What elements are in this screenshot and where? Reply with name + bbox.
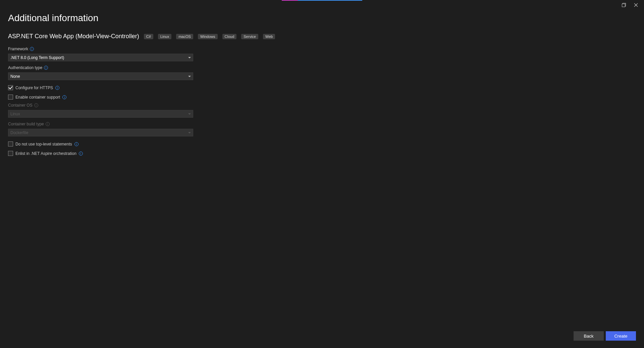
container-build-type-select-value: Dockerfile [10, 130, 28, 135]
auth-type-select[interactable]: None [8, 72, 193, 80]
container-os-label-row: Container OS i [8, 103, 196, 108]
svg-rect-1 [622, 4, 625, 7]
container-support-label: Enable container support [15, 95, 60, 100]
tag-web: Web [263, 34, 275, 39]
chevron-down-icon [188, 113, 191, 115]
container-support-checkbox[interactable] [8, 95, 13, 100]
container-build-type-label-row: Container build type i [8, 122, 196, 126]
info-icon[interactable]: i [30, 47, 34, 51]
framework-select-value: .NET 8.0 (Long Term Support) [10, 55, 64, 60]
template-header-row: ASP.NET Core Web App (Model-View-Control… [8, 33, 636, 40]
info-icon[interactable]: i [62, 95, 66, 99]
restore-window-button[interactable] [618, 1, 630, 9]
loading-progress-strip [282, 0, 362, 1]
tag-service: Service [241, 34, 258, 39]
template-name: ASP.NET Core Web App (Model-View-Control… [8, 33, 139, 40]
container-os-select-value: Linux [10, 112, 20, 116]
tag-linux: Linux [158, 34, 171, 39]
framework-select[interactable]: .NET 8.0 (Long Term Support) [8, 54, 193, 61]
top-level-checkbox-row[interactable]: Do not use top-level statements i [8, 141, 196, 147]
top-level-checkbox[interactable] [8, 141, 13, 147]
titlebar [0, 0, 644, 10]
container-build-type-label: Container build type [8, 122, 44, 126]
tag-windows: Windows [198, 34, 218, 39]
top-level-label: Do not use top-level statements [15, 142, 72, 147]
back-button[interactable]: Back [574, 331, 604, 341]
configure-https-label: Configure for HTTPS [15, 85, 53, 90]
info-icon: i [34, 103, 38, 107]
container-os-select: Linux [8, 110, 193, 118]
page-title: Additional information [8, 13, 636, 23]
content-area: Additional information ASP.NET Core Web … [0, 10, 644, 157]
container-os-label: Container OS [8, 103, 33, 108]
configure-https-checkbox-row[interactable]: Configure for HTTPS i [8, 85, 196, 90]
form-area: Framework i .NET 8.0 (Long Term Support)… [8, 47, 196, 157]
info-icon[interactable]: i [55, 86, 59, 90]
close-window-button[interactable] [630, 1, 642, 9]
chevron-down-icon [188, 132, 191, 133]
aspire-checkbox-row[interactable]: Enlist in .NET Aspire orchestration i [8, 151, 196, 156]
framework-label-row: Framework i [8, 47, 196, 51]
info-icon: i [46, 122, 50, 126]
info-icon[interactable]: i [44, 66, 48, 70]
container-support-checkbox-row[interactable]: Enable container support i [8, 95, 196, 100]
footer-buttons: Back Create [574, 331, 636, 341]
auth-type-label-row: Authentication type i [8, 65, 196, 70]
chevron-down-icon [188, 57, 191, 58]
chevron-down-icon [188, 76, 191, 77]
aspire-label: Enlist in .NET Aspire orchestration [15, 151, 76, 156]
configure-https-checkbox[interactable] [8, 85, 13, 90]
info-icon[interactable]: i [79, 152, 83, 156]
tag-csharp: C# [144, 34, 153, 39]
aspire-checkbox[interactable] [8, 151, 13, 156]
auth-type-label: Authentication type [8, 65, 42, 70]
container-build-type-select: Dockerfile [8, 129, 193, 136]
create-button[interactable]: Create [606, 331, 636, 341]
info-icon[interactable]: i [74, 142, 78, 146]
auth-type-select-value: None [10, 74, 20, 79]
tag-macos: macOS [176, 34, 193, 39]
framework-label: Framework [8, 47, 28, 51]
tag-cloud: Cloud [222, 34, 237, 39]
